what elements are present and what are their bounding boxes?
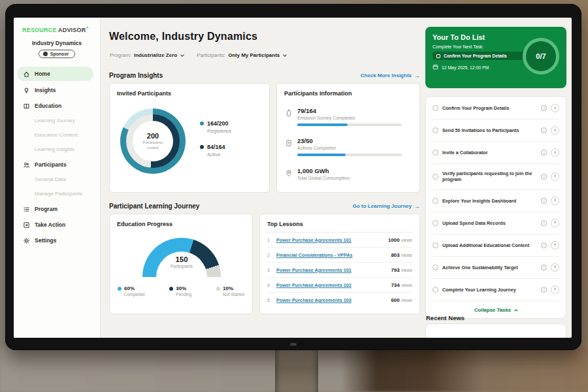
task-checkbox-icon[interactable] <box>433 127 438 133</box>
sidebar-item-take-action[interactable]: Take Action <box>14 218 100 231</box>
task-checkbox-icon[interactable] <box>433 287 438 293</box>
chevron-right-icon[interactable]: › <box>551 286 559 294</box>
task-checkbox-icon[interactable] <box>433 242 438 248</box>
task-checkbox-icon[interactable] <box>433 198 438 204</box>
participants-filter-dropdown[interactable]: Participants: Only My Participants <box>197 52 286 58</box>
sidebar-item-insights[interactable]: Insights <box>14 84 100 97</box>
lesson-views: 600 views <box>391 297 412 303</box>
task-label: Confirm Your Program Details <box>442 105 537 111</box>
info-icon[interactable]: i <box>541 198 547 204</box>
sidebar-item-program[interactable]: Program <box>14 203 100 216</box>
sidebar-item-education[interactable]: Education <box>14 99 100 112</box>
lesson-views-label: views <box>401 298 412 302</box>
lesson-views-label: views <box>401 253 412 257</box>
progress-bar <box>297 154 402 156</box>
chevron-right-icon[interactable]: › <box>551 197 559 205</box>
lesson-row: 1 Power Purchase Agreements 101 1000 vie… <box>267 233 412 248</box>
lesson-link[interactable]: Power Purchase Agreements 103 <box>276 297 391 303</box>
chevron-right-icon[interactable]: › <box>551 172 559 181</box>
sidebar-item-education-content[interactable]: Education Content <box>14 129 100 140</box>
checklist-icon <box>285 137 293 156</box>
sidebar-item-learning-insights[interactable]: Learning Insights <box>14 144 100 155</box>
sidebar-item-general-data[interactable]: General Data <box>14 174 100 185</box>
lesson-views-label: views <box>401 283 412 287</box>
donut-inner-ring: 200 Participants Invited <box>126 114 180 168</box>
todo-summary-card: Your To Do List Complete Your Next Task:… <box>425 27 566 88</box>
task-label: Invite a Collaborator <box>442 150 537 155</box>
info-icon[interactable]: i <box>541 265 547 270</box>
lesson-link[interactable]: Power Purchase Agreements 101 <box>276 267 391 273</box>
todo-task-row[interactable]: Complete Your Learning Journey i › <box>433 279 559 301</box>
info-icon[interactable]: i <box>541 220 547 226</box>
stat-emission-survey: 79/164 Emission Survey Completed <box>285 107 402 126</box>
info-icon[interactable]: i <box>541 174 547 180</box>
info-icon[interactable]: i <box>541 127 547 133</box>
chevron-right-icon[interactable]: › <box>551 104 559 112</box>
legend-dot <box>200 122 204 125</box>
task-checkbox-icon[interactable] <box>433 105 438 111</box>
todo-task-row[interactable]: Confirm Your Program Details i › <box>433 97 559 120</box>
card-title: Education Progress <box>110 214 252 227</box>
stat-global-consumption: 1,000 GWh Total Global Consumption <box>285 167 350 180</box>
lesson-views: 803 views <box>391 252 412 258</box>
gear-icon <box>23 237 30 244</box>
checkbox-icon[interactable] <box>436 54 440 58</box>
todo-panel: Your To Do List Complete Your Next Task:… <box>425 18 566 338</box>
task-checkbox-icon[interactable] <box>433 220 438 226</box>
legend-item-completed: 60% Completed <box>118 286 144 297</box>
legend-dot <box>169 287 173 291</box>
lesson-row: 5 Power Purchase Agreements 103 600 view… <box>267 293 412 308</box>
sidebar-item-label: Program <box>35 206 57 212</box>
next-task-row[interactable]: Confirm Your Program Details <box>433 52 524 60</box>
task-checkbox-icon[interactable] <box>433 265 438 270</box>
chevron-right-icon[interactable]: › <box>551 241 559 250</box>
stat-actions-completed: 23/50 Actions Completed <box>285 137 402 156</box>
monitor-stand <box>275 349 318 392</box>
lesson-link[interactable]: Power Purchase Agreements 101 <box>276 237 388 243</box>
progress-bar <box>297 123 402 126</box>
info-icon[interactable]: i <box>541 150 547 155</box>
task-checkbox-icon[interactable] <box>433 174 438 180</box>
top-lessons-card: Top Lessons 1 Power Purchase Agreements … <box>259 214 420 314</box>
info-icon[interactable]: i <box>541 242 547 248</box>
lesson-row: 3 Power Purchase Agreements 101 793 view… <box>267 263 412 278</box>
donut-center: 200 Participants Invited <box>133 121 173 161</box>
section-title: Program Insights <box>109 72 163 79</box>
lesson-link[interactable]: Power Purchase Agreements 102 <box>276 282 391 288</box>
todo-task-row[interactable]: Verify participants requesting to join t… <box>433 164 559 190</box>
legend-item-pending: 30% Pending <box>169 286 191 297</box>
dashboard-screen: RESOURCE ADVISOR+ Industry Dynamics Spon… <box>14 18 572 338</box>
todo-task-row[interactable]: Explore Your Insights Dashboard i › <box>433 190 559 212</box>
legend-item-registered: 164/200 Registered <box>200 120 231 134</box>
program-filter-dropdown[interactable]: Program: Industrialize Zero <box>110 52 184 58</box>
sidebar-item-home[interactable]: Home <box>17 67 93 81</box>
todo-task-row[interactable]: Upload Spend Data Records i › <box>433 212 559 235</box>
lesson-views-count: 1000 <box>388 237 400 243</box>
todo-task-row[interactable]: Invite a Collaborator i › <box>433 142 559 164</box>
section-title: Participant Learning Journey <box>109 203 199 210</box>
sidebar-item-participants[interactable]: Participants <box>14 158 100 171</box>
info-icon[interactable]: i <box>541 105 547 111</box>
chevron-right-icon[interactable]: › <box>551 219 559 227</box>
task-label: Upload Additional Educational Content <box>442 242 537 248</box>
gauge-center: 150 Participants <box>142 255 221 269</box>
todo-task-row[interactable]: Upload Additional Educational Content i … <box>433 235 559 257</box>
sidebar-item-learning-journey[interactable]: Learning Journey <box>14 115 100 126</box>
lesson-row: 2 Financial Considerations - VPPAs 803 v… <box>267 248 412 263</box>
lesson-rank: 1 <box>267 238 276 242</box>
chevron-right-icon[interactable]: › <box>551 126 559 135</box>
todo-task-row[interactable]: Achieve One Sustainability Target i › <box>433 257 559 279</box>
todo-task-row[interactable]: Send 50 Invitations to Participants i › <box>433 120 559 142</box>
chevron-right-icon[interactable]: › <box>551 148 559 157</box>
lesson-link[interactable]: Financial Considerations - VPPAs <box>276 252 391 258</box>
chevron-right-icon[interactable]: › <box>551 263 559 272</box>
chevron-down-icon <box>283 53 287 57</box>
task-checkbox-icon[interactable] <box>433 150 438 155</box>
action-arrow-icon <box>23 221 30 229</box>
sidebar-item-manage-participants[interactable]: Manage Participants <box>14 188 100 199</box>
info-icon[interactable]: i <box>541 287 547 293</box>
sidebar-item-settings[interactable]: Settings <box>14 234 100 247</box>
go-to-learning-journey-link[interactable]: Go to Learning Journey → <box>353 203 420 210</box>
check-more-insights-link[interactable]: Check More Insights → <box>361 73 420 79</box>
home-icon <box>23 71 30 78</box>
